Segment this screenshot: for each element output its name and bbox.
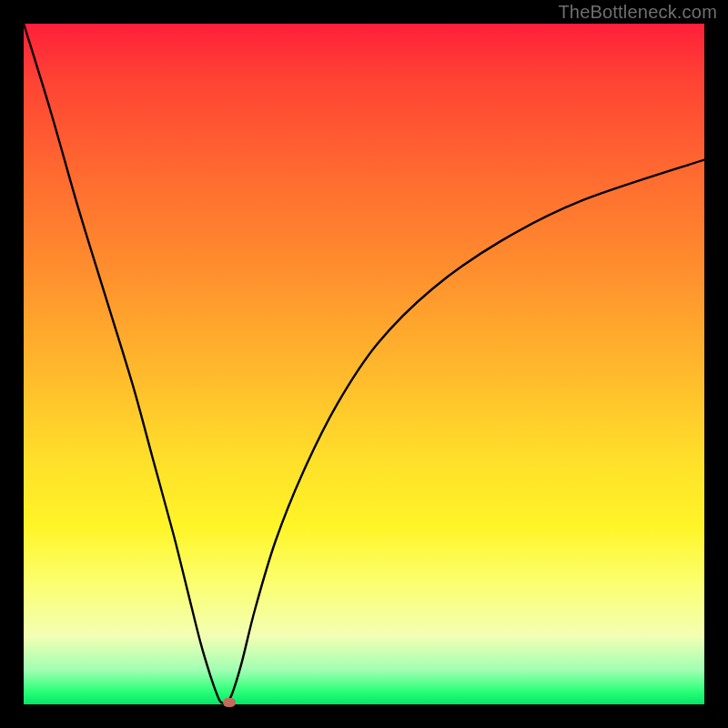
bottleneck-curve: [24, 24, 704, 704]
optimal-point-marker: [223, 698, 236, 707]
watermark-text: TheBottleneck.com: [558, 2, 717, 23]
